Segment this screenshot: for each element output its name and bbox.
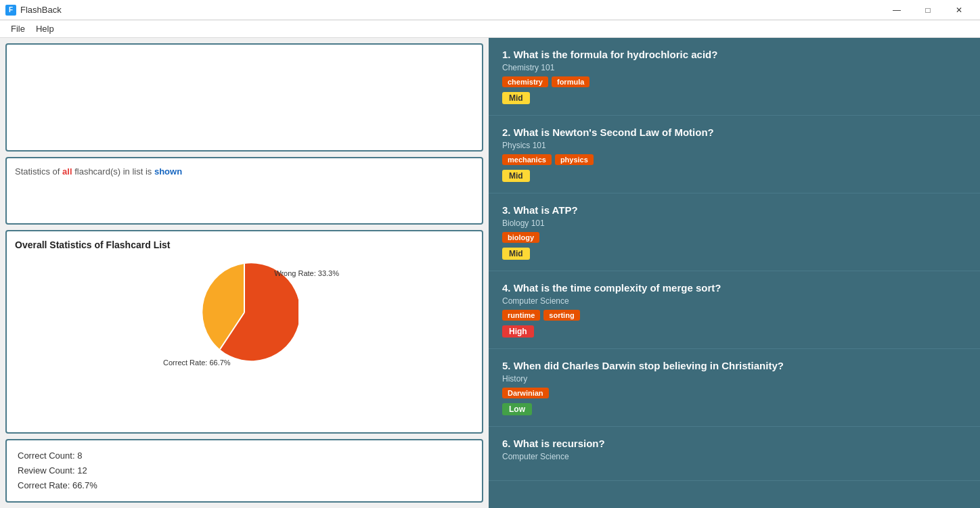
review-count: Review Count: 12 (18, 463, 471, 478)
tag-formula[interactable]: formula (552, 76, 589, 87)
chart-area: Wrong Rate: 33.3% Correct Rate: 66.7% (15, 258, 474, 367)
main-text-input[interactable] (12, 50, 476, 145)
flashcard-difficulty: High (502, 325, 534, 338)
flashcard-difficulty: Mid (502, 248, 530, 260)
title-bar-left: F FlashBack (5, 5, 62, 16)
stats-text-content: Statistics of all flashcard(s) in list i… (15, 166, 182, 177)
flashcard-tags: biology (502, 232, 966, 243)
minimize-button[interactable]: — (881, 0, 912, 20)
app-title: FlashBack (20, 5, 62, 15)
flashcard-question: 1. What is the formula for hydrochloric … (502, 49, 966, 60)
tag-sorting[interactable]: sorting (543, 310, 579, 321)
all-word: all (62, 166, 72, 177)
correct-count: Correct Count: 8 (18, 448, 471, 463)
maximize-button[interactable]: □ (912, 0, 943, 20)
close-button[interactable]: ✕ (943, 0, 975, 20)
left-panel: Statistics of all flashcard(s) in list i… (0, 38, 489, 508)
flashcard-difficulty: Low (502, 403, 532, 415)
menu-bar: File Help (0, 20, 980, 38)
flashcard-item[interactable]: 2. What is Newton's Second Law of Motion… (489, 116, 980, 193)
flashcard-subject: Computer Science (502, 452, 966, 461)
flashcard-item[interactable]: 6. What is recursion?Computer Science (489, 427, 980, 481)
app-icon: F (5, 5, 16, 16)
flashcard-subject: Chemistry 101 (502, 63, 966, 72)
menu-help[interactable]: Help (30, 22, 60, 35)
flashcard-difficulty: Mid (502, 92, 530, 104)
flashcard-item[interactable]: 1. What is the formula for hydrochloric … (489, 38, 980, 116)
flashcard-question: 6. What is recursion? (502, 438, 966, 449)
flashcard-subject: Physics 101 (502, 141, 966, 150)
right-panel[interactable]: 1. What is the formula for hydrochloric … (489, 38, 980, 508)
correct-rate-label: Correct Rate: 66.7% (163, 359, 231, 367)
tag-mechanics[interactable]: mechanics (502, 154, 552, 165)
tag-chemistry[interactable]: chemistry (502, 76, 548, 87)
wrong-rate-label: Wrong Rate: 33.3% (274, 269, 339, 277)
flashcard-item[interactable]: 3. What is ATP?Biology 101biologyMid (489, 193, 980, 271)
menu-file[interactable]: File (5, 22, 30, 35)
main-content: Statistics of all flashcard(s) in list i… (0, 38, 980, 508)
flashcard-tags: mechanicsphysics (502, 154, 966, 165)
title-bar: F FlashBack — □ ✕ (0, 0, 980, 20)
flashcard-item[interactable]: 4. What is the time complexity of merge … (489, 271, 980, 349)
flashcard-question: 5. When did Charles Darwin stop believin… (502, 360, 966, 371)
chart-title: Overall Statistics of Flashcard List (15, 239, 474, 250)
tag-darwinian[interactable]: Darwinian (502, 388, 549, 398)
tag-runtime[interactable]: runtime (502, 310, 540, 321)
flashcard-difficulty: Mid (502, 170, 530, 182)
flashcard-question: 4. What is the time complexity of merge … (502, 282, 966, 294)
flashcard-tags: Darwinian (502, 388, 966, 398)
correct-rate: Correct Rate: 66.7% (18, 478, 471, 493)
text-input-area (5, 43, 483, 152)
flashcard-question: 2. What is Newton's Second Law of Motion… (502, 126, 966, 138)
flashcard-tags: runtimesorting (502, 310, 966, 321)
tag-biology[interactable]: biology (502, 232, 539, 243)
flashcard-tags: chemistryformula (502, 76, 966, 87)
bottom-stats: Correct Count: 8 Review Count: 12 Correc… (5, 439, 483, 503)
stats-text-area: Statistics of all flashcard(s) in list i… (5, 157, 483, 225)
title-bar-controls: — □ ✕ (881, 0, 975, 20)
flashcard-question: 3. What is ATP? (502, 204, 966, 216)
flashcard-subject: Computer Science (502, 296, 966, 306)
flashcard-subject: Biology 101 (502, 218, 966, 228)
tag-physics[interactable]: physics (555, 154, 594, 165)
flashcard-subject: History (502, 374, 966, 384)
shown-word: shown (154, 166, 182, 177)
flashcard-item[interactable]: 5. When did Charles Darwin stop believin… (489, 349, 980, 427)
chart-panel: Overall Statistics of Flashcard List (5, 230, 483, 434)
